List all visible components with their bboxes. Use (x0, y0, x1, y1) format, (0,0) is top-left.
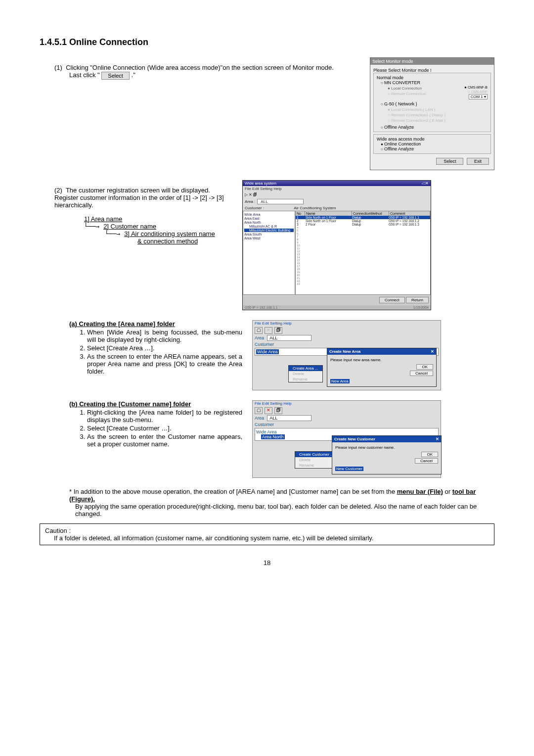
radio-cms-b[interactable]: CMS-MNF-B (464, 85, 488, 90)
area-tree[interactable]: Wide Area Area East Area North Mitsubish… (243, 211, 295, 295)
section-a-title: (a) Creating the [Area name] folder (69, 320, 242, 328)
radio-cms[interactable]: CMS-MNF (464, 90, 488, 94)
group-wide: Wide area access mode (377, 137, 488, 142)
create-area-popup: Create New Area✕ Please input new area n… (327, 348, 437, 387)
g50-lan[interactable]: Local Connection ( LAN ) (388, 107, 488, 112)
customer-reg-window: Wide area system-□✕ File Edit Setting He… (242, 180, 431, 310)
radio-mn-converter[interactable]: MN CONVERTER (381, 80, 420, 85)
step2-num: (2) (54, 187, 62, 194)
create-customer-screenshot: File Edit Setting Help ▢✕🗐 Area ALL Cust… (252, 400, 441, 478)
menu-bar[interactable]: File Edit Setting Help (243, 186, 431, 191)
radio-g50[interactable]: G-50 ( Network ) (381, 101, 417, 106)
area-select[interactable]: ALL (257, 199, 304, 204)
select-button-inline[interactable]: Select (101, 72, 130, 80)
win-close-icon[interactable]: -□✕ (422, 181, 429, 186)
caution-box: Caution : If a folder is deleted, all in… (40, 523, 494, 545)
radio-local-conn[interactable]: Local Connection (388, 86, 464, 91)
ac-label: Air Conditioning System (294, 206, 336, 210)
g50-email[interactable]: Remote Connection2 ( E-Mail ) (388, 118, 488, 123)
cancel-button-b[interactable]: Cancel (415, 458, 438, 464)
del-icon[interactable]: ✕ (265, 407, 272, 414)
monitor-mode-dialog: Select Monitor mode Please Select Monito… (370, 57, 494, 170)
step2-text: (2) The customer registration screen wil… (54, 187, 232, 209)
new-area-input[interactable]: New Area (330, 379, 350, 383)
del-icon[interactable]: ✕ (265, 327, 272, 334)
radio-offline1[interactable]: Offline Analyze (381, 125, 414, 130)
tree-step-1: 1] Area name (84, 215, 232, 223)
win-title: Wide area system (245, 181, 276, 186)
customer-label: Customer : (245, 206, 264, 210)
new-customer-input[interactable]: New Customer (335, 467, 363, 471)
area-label: Area : (245, 199, 255, 204)
b-item3: As the screen to enter the Customer name… (87, 433, 242, 448)
section-heading: 1.4.5.1 Online Connection (40, 37, 494, 47)
close-icon[interactable]: ✕ (436, 437, 439, 441)
b-item1: Right-clicking the [Area name folder] to… (87, 409, 242, 424)
status-date: 1/15/2004 (413, 306, 429, 309)
context-menu-a[interactable]: Create Area ... Delete Rename (288, 365, 323, 382)
group-normal: Normal mode (377, 75, 488, 80)
tree-step-4: & connection method (84, 237, 232, 245)
new-icon[interactable]: ▢ (255, 327, 263, 334)
step1-num: (1) (54, 64, 62, 71)
create-customer-popup: Create New Customer✕ Please input new cu… (332, 435, 442, 474)
return-button[interactable]: Return (406, 297, 429, 303)
toolbar[interactable]: ▷ ✕ 🗐 (243, 191, 431, 198)
g50-dial[interactable]: Remote Connection1 ( Dialup ) (388, 113, 488, 117)
step1-text: (1) Clicking "Online Connection (Wide ar… (54, 64, 360, 80)
new-icon[interactable]: ▢ (255, 407, 263, 414)
area-field-b[interactable]: ALL (267, 415, 312, 421)
edit-icon[interactable]: 🗐 (274, 407, 282, 414)
radio-online-conn[interactable]: Online Connection (381, 142, 421, 146)
ok-button-b[interactable]: OK (421, 452, 438, 457)
radio-offline2[interactable]: Offline Analyze (381, 146, 414, 151)
a-item3: As the screen to enter the AREA name app… (87, 353, 242, 375)
radio-remote-conn[interactable]: Remote Connection (388, 92, 464, 96)
ac-table[interactable]: No Name ConnectionMethod Comment 1 Side … (295, 211, 431, 295)
connect-button[interactable]: Connect (379, 297, 405, 303)
footnote-block: * In addition to the above mouse operati… (40, 488, 494, 518)
page-number: 18 (40, 559, 494, 567)
dialog-title: Select Monitor mode (370, 58, 494, 65)
status-bar: G50 IP = 192.168.1.1 (245, 306, 278, 309)
ok-button-a[interactable]: OK (416, 364, 433, 370)
cancel-button-a[interactable]: Cancel (410, 371, 433, 376)
dialog-exit-button[interactable]: Exit (467, 158, 489, 165)
tree-step-3: └──→ 3] Air conditioning system name (84, 230, 232, 237)
area-field-a[interactable]: ALL (267, 335, 312, 341)
tree-step-2: └──→ 2] Customer name (84, 223, 232, 230)
create-area-screenshot: File Edit Setting Help ▢✕🗐 Area ALL Cust… (252, 320, 441, 390)
a-item2: Select [Create Area …]. (87, 344, 242, 352)
a-item1: When [Wide Area] is being focussed, the … (87, 329, 242, 343)
mini-a-menu[interactable]: File Edit Setting Help (253, 321, 441, 326)
edit-icon[interactable]: 🗐 (274, 327, 282, 334)
dialog-prompt: Please Select Monitor mode ! (373, 68, 491, 73)
b-item2: Select [Create Custormer …]. (87, 425, 242, 432)
com-select[interactable]: COM 1 ▾ (469, 94, 488, 99)
section-b-title: (b) Creating the [Customer name] folder (69, 400, 242, 408)
mini-b-menu[interactable]: File Edit Setting Help (253, 401, 441, 406)
close-icon[interactable]: ✕ (431, 349, 434, 354)
dialog-select-button[interactable]: Select (436, 158, 463, 165)
